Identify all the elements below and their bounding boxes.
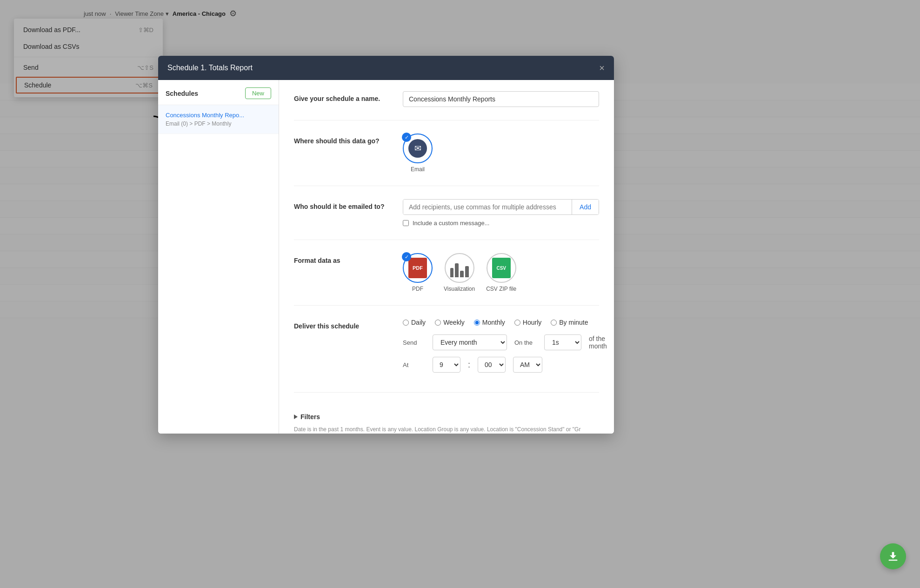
- format-options: ✓ PDF PDF: [403, 253, 599, 292]
- monthly-radio-option[interactable]: Monthly: [474, 319, 505, 326]
- schedule-list-item[interactable]: Concessions Monthly Repo... Email (0) > …: [158, 105, 279, 134]
- visualization-icon: [450, 259, 469, 277]
- modal-title: Schedule 1. Totals Report: [167, 64, 253, 72]
- email-check-icon: ✓: [402, 133, 411, 142]
- daily-radio-option[interactable]: Daily: [403, 319, 426, 326]
- of-the-month-text: of the month: [589, 335, 609, 350]
- visualization-format-option[interactable]: Visualization: [444, 253, 475, 292]
- deliver-section: Deliver this schedule Daily Weekly: [294, 319, 599, 393]
- send-detail-row: Send Every month On the 1st of the month: [403, 334, 609, 350]
- weekly-radio-option[interactable]: Weekly: [435, 319, 465, 326]
- filters-toggle[interactable]: Filters: [294, 413, 320, 421]
- csv-icon: CSV: [492, 258, 511, 278]
- schedule-item-name: Concessions Monthly Repo...: [166, 112, 271, 119]
- filters-row: Filters: [294, 406, 599, 424]
- format-label: Format data as: [294, 253, 392, 264]
- name-row: Give your schedule a name.: [294, 91, 599, 107]
- email-icon-wrap: ✓ ✉: [403, 134, 433, 163]
- email-recipients-input[interactable]: [403, 200, 572, 214]
- schedules-header: Schedules New: [158, 80, 279, 105]
- schedule-modal: Schedule 1. Totals Report × Schedules Ne…: [158, 56, 614, 434]
- monthly-label: Monthly: [482, 319, 505, 326]
- at-detail-row: At 123456789101112 : 00 AMPM: [403, 357, 609, 373]
- filters-section: Filters Date is in the past 1 months. Ev…: [294, 406, 599, 433]
- daily-label: Daily: [411, 319, 426, 326]
- destination-options: ✓ ✉ Email: [403, 134, 599, 173]
- name-section: Give your schedule a name.: [294, 91, 599, 120]
- monthly-radio[interactable]: [474, 320, 480, 326]
- modal-body: Schedules New Concessions Monthly Repo..…: [158, 80, 614, 434]
- name-control: [403, 91, 599, 107]
- email-destination-option[interactable]: ✓ ✉ Email: [403, 134, 433, 173]
- hourly-label: Hourly: [523, 319, 541, 326]
- send-frequency-select[interactable]: Every month: [433, 334, 507, 350]
- send-detail-label: Send: [403, 339, 425, 346]
- destination-section: Where should this data go? ✓ ✉ Email: [294, 134, 599, 186]
- format-control: ✓ PDF PDF: [403, 253, 599, 292]
- email-icon: ✉: [408, 139, 427, 158]
- destination-label: Where should this data go?: [294, 134, 392, 145]
- download-fab-button[interactable]: [880, 543, 906, 569]
- time-colon: :: [468, 360, 470, 370]
- recipients-section: Who should it be emailed to? Add Include…: [294, 199, 599, 240]
- modal-close-button[interactable]: ×: [599, 63, 605, 73]
- recipients-label: Who should it be emailed to?: [294, 199, 392, 210]
- by-minute-label: By minute: [559, 319, 588, 326]
- visualization-icon-wrap: [445, 253, 474, 283]
- recipients-control: Add Include a custom message...: [403, 199, 599, 227]
- svg-rect-1: [889, 560, 898, 561]
- new-schedule-button[interactable]: New: [245, 87, 271, 99]
- hourly-radio[interactable]: [514, 320, 520, 326]
- filters-description: Date is in the past 1 months. Event is a…: [294, 426, 599, 433]
- at-label: At: [403, 361, 425, 368]
- deliver-label: Deliver this schedule: [294, 319, 392, 330]
- modal-header: Schedule 1. Totals Report ×: [158, 56, 614, 80]
- custom-message-label: Include a custom message...: [413, 220, 489, 227]
- on-the-day-select[interactable]: 1st: [544, 334, 581, 350]
- email-input-row: Add: [403, 199, 599, 215]
- pdf-icon: PDF: [408, 258, 427, 278]
- csv-icon-wrap: CSV: [487, 253, 516, 283]
- pdf-icon-wrap: ✓ PDF: [403, 253, 433, 283]
- custom-message-checkbox[interactable]: [403, 220, 409, 226]
- by-minute-radio-option[interactable]: By minute: [551, 319, 588, 326]
- csv-format-label: CSV ZIP file: [486, 286, 516, 292]
- weekly-label: Weekly: [443, 319, 465, 326]
- minute-select[interactable]: 00: [478, 357, 506, 373]
- schedules-title: Schedules: [166, 90, 198, 97]
- filters-label: Filters: [300, 413, 320, 421]
- email-add-button[interactable]: Add: [572, 200, 599, 214]
- csv-format-option[interactable]: CSV CSV ZIP file: [486, 253, 516, 292]
- destination-control: ✓ ✉ Email: [403, 134, 599, 173]
- pdf-format-label: PDF: [412, 286, 423, 292]
- hourly-radio-option[interactable]: Hourly: [514, 319, 541, 326]
- ampm-select[interactable]: AMPM: [513, 357, 542, 373]
- visualization-format-label: Visualization: [444, 286, 475, 292]
- schedule-name-input[interactable]: [403, 91, 599, 107]
- pdf-format-option[interactable]: ✓ PDF PDF: [403, 253, 433, 292]
- daily-radio[interactable]: [403, 320, 409, 326]
- hour-select[interactable]: 123456789101112: [433, 357, 460, 373]
- recipients-row: Who should it be emailed to? Add Include…: [294, 199, 599, 227]
- custom-message-row: Include a custom message...: [403, 220, 599, 227]
- weekly-radio[interactable]: [435, 320, 441, 326]
- format-section: Format data as ✓ PDF PDF: [294, 253, 599, 306]
- destination-row: Where should this data go? ✓ ✉ Email: [294, 134, 599, 173]
- deliver-control: Daily Weekly Monthly: [403, 319, 609, 379]
- download-icon: [887, 550, 900, 563]
- schedule-item-meta: Email (0) > PDF > Monthly: [166, 120, 271, 127]
- schedules-panel: Schedules New Concessions Monthly Repo..…: [158, 80, 279, 434]
- format-row: Format data as ✓ PDF PDF: [294, 253, 599, 292]
- by-minute-radio[interactable]: [551, 320, 557, 326]
- deliver-row: Deliver this schedule Daily Weekly: [294, 319, 599, 379]
- frequency-row: Daily Weekly Monthly: [403, 319, 609, 326]
- name-label: Give your schedule a name.: [294, 91, 392, 102]
- email-destination-label: Email: [411, 166, 425, 173]
- on-the-label: On the: [514, 339, 537, 346]
- pdf-check-icon: ✓: [402, 252, 411, 261]
- triangle-right-icon: [294, 414, 298, 419]
- schedule-form: Give your schedule a name. Where should …: [279, 80, 614, 434]
